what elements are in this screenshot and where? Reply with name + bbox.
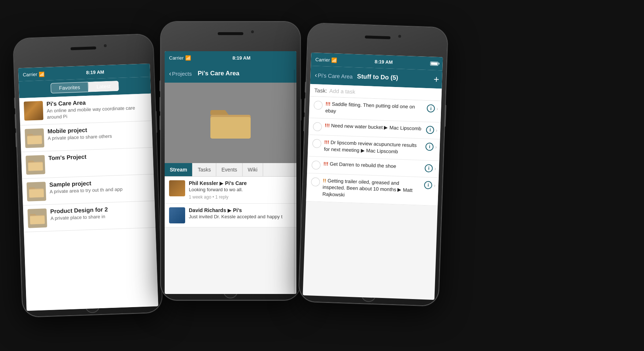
project-item-pis-care[interactable]: Pi's Care Area An online and mobile way …: [19, 94, 152, 125]
task-chevron-2: ›: [435, 144, 437, 150]
volume-up-btn: [15, 114, 16, 129]
task-actions-0: i ›: [427, 104, 438, 113]
task-placeholder[interactable]: Add a task: [329, 88, 355, 95]
task-chevron-0: ›: [436, 106, 438, 112]
stream-content-phil: Phil Kessler ▶ Pi's Care Looking forward…: [189, 180, 292, 200]
task-check-2[interactable]: [312, 139, 322, 148]
volume-down-btn-mid: [160, 116, 161, 130]
tab-latest[interactable]: Latest: [88, 81, 119, 92]
task-actions-1: i ›: [426, 126, 437, 134]
phone-left-content: Carrier 📶 8:19 AM Favorites Latest: [18, 64, 158, 311]
back-btn-right[interactable]: ‹ Pi's Care Area: [315, 71, 353, 80]
carrier-left: Carrier: [23, 71, 37, 77]
project-name-toms: Tom's Project: [48, 151, 149, 162]
status-left-right: Carrier 📶: [315, 57, 337, 63]
task-check-0[interactable]: [314, 101, 323, 110]
task-priority-4: !!: [323, 178, 327, 183]
volume-down-btn: [15, 133, 17, 147]
tab-favorites[interactable]: Favorites: [50, 82, 89, 94]
add-task-btn[interactable]: +: [434, 75, 439, 84]
phone-mid-content: Carrier 📶 8:19 AM ‹ Projects Pi's Care A…: [165, 51, 296, 294]
folder-icon-product: [29, 211, 45, 225]
avatar-david: [169, 207, 185, 223]
back-chevron-right: ‹: [315, 71, 317, 79]
task-info-btn-3[interactable]: i: [425, 164, 433, 172]
nav-title-right: Stuff to Do (5): [357, 73, 431, 83]
project-info-mobile: Mobile project A private place to share …: [47, 125, 148, 141]
task-chevron-3: ›: [434, 165, 436, 171]
task-check-1[interactable]: [313, 122, 322, 131]
project-item-product[interactable]: Product Design for 2 A private place to …: [23, 201, 156, 232]
folder-icon-toms: [27, 158, 44, 172]
tab-stream[interactable]: Stream: [165, 163, 192, 176]
stream-text-david: Just invited Dr. Kessle accepted and hap…: [189, 214, 292, 220]
task-info-btn-0[interactable]: i: [427, 104, 435, 113]
svg-rect-7: [30, 216, 45, 224]
folder-hero-icon: [209, 105, 252, 141]
tab-bar-mid: Stream Tasks Events Wiki: [165, 163, 296, 177]
stream-meta-phil: 1 week ago • 1 reply: [189, 195, 292, 200]
phone-right: Carrier 📶 8:19 AM ‹ Pi's Care Area Stuff…: [299, 23, 448, 306]
status-right-right: [430, 61, 438, 66]
project-item-toms[interactable]: Tom's Project: [21, 148, 154, 179]
task-actions-3: i ›: [425, 164, 436, 172]
tab-events[interactable]: Events: [216, 163, 243, 176]
wifi-icon-mid: 📶: [185, 55, 191, 61]
camera-mid: [251, 30, 254, 34]
task-actions-2: i ›: [426, 143, 437, 151]
task-list: !!! Saddle fitting. Then putting old one…: [306, 97, 441, 206]
stream-item-phil[interactable]: Phil Kessler ▶ Pi's Care Looking forward…: [165, 177, 296, 204]
back-btn-mid[interactable]: ‹ Projects: [169, 70, 192, 78]
project-list: Pi's Care Area An online and mobile way …: [19, 94, 158, 311]
phone-right-content: Carrier 📶 8:19 AM ‹ Pi's Care Area Stuff…: [303, 53, 443, 300]
project-item-mobile[interactable]: Mobile project A private place to share …: [20, 121, 153, 152]
project-info-pis-care: Pi's Care Area An online and mobile way …: [46, 97, 147, 120]
nav-title-mid: Pi's Care Area: [198, 70, 239, 77]
task-chevron-1: ›: [435, 127, 437, 133]
stream-item-david[interactable]: David Richards ▶ Pi's Just invited Dr. K…: [165, 204, 296, 227]
task-check-4[interactable]: [311, 177, 320, 186]
svg-rect-1: [27, 136, 42, 144]
svg-rect-9: [210, 117, 251, 139]
task-actions-4: i ›: [424, 181, 435, 189]
scene: Carrier 📶 8:19 AM Favorites Latest: [0, 0, 644, 351]
task-priority-0: !!!: [325, 101, 332, 107]
project-item-sample[interactable]: Sample project A private area to try out…: [22, 174, 154, 205]
task-info-btn-1[interactable]: i: [426, 126, 434, 134]
folder-hero: [165, 83, 296, 163]
status-left-mid: Carrier 📶: [169, 55, 191, 61]
svg-rect-3: [28, 162, 43, 171]
task-info-btn-4[interactable]: i: [424, 181, 433, 189]
task-text-4: !! Getting trailer oiled, greased and in…: [322, 177, 422, 201]
svg-rect-5: [29, 189, 44, 197]
back-chevron-mid: ‹: [169, 70, 171, 78]
project-thumb-sample: [27, 182, 46, 201]
project-info-product: Product Design for 2 A private place to …: [50, 205, 151, 222]
stream-content-david: David Richards ▶ Pi's Just invited Dr. K…: [189, 207, 292, 220]
volume-mute-btn-mid: [160, 80, 161, 91]
task-item-4[interactable]: !! Getting trailer oiled, greased and in…: [306, 173, 438, 206]
project-desc-pis-care: An online and mobile way coordinate care…: [47, 105, 147, 120]
project-info-toms: Tom's Project: [48, 151, 149, 162]
task-priority-1: !!!: [325, 122, 331, 128]
speaker-right: [365, 35, 390, 39]
phone-left: Carrier 📶 8:19 AM Favorites Latest: [14, 34, 162, 317]
status-bar-mid: Carrier 📶 8:19 AM: [165, 51, 296, 64]
carrier-mid: Carrier: [169, 55, 184, 61]
task-check-3[interactable]: [311, 161, 321, 170]
volume-mute-btn-right: [305, 82, 307, 93]
task-text-1: !!! Need new water bucket ▶ Mac Lipscomb: [325, 122, 423, 132]
tab-wiki[interactable]: Wiki: [243, 163, 263, 176]
project-info-sample: Sample project A private area to try out…: [49, 178, 150, 195]
task-chevron-4: ›: [434, 182, 435, 188]
stream-sender-phil: Phil Kessler ▶ Pi's Care: [189, 180, 292, 186]
project-thumb-pis-care: [24, 101, 44, 121]
scroll-hint-mid: [294, 69, 295, 294]
project-thumb-mobile: [25, 128, 44, 148]
sleep-btn-right: [444, 105, 446, 127]
volume-up-btn-right: [304, 98, 306, 113]
tab-tasks[interactable]: Tasks: [192, 163, 216, 176]
carrier-right: Carrier: [315, 57, 330, 63]
task-info-btn-2[interactable]: i: [426, 143, 434, 151]
battery-icon: [430, 61, 438, 66]
